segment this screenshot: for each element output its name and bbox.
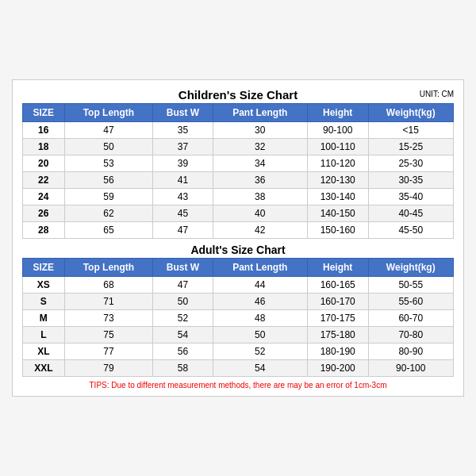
table-row: 20533934110-12025-30 [23,155,454,172]
tips-text: TIPS: Due to different measurement metho… [22,381,454,390]
table-cell: 60-70 [368,310,453,327]
table-cell: XS [23,277,65,294]
table-cell: 130-140 [307,189,368,205]
table-cell: 43 [153,189,213,205]
table-cell: 170-175 [307,310,368,327]
table-cell: 30-35 [368,172,453,189]
table-row: XL775652180-19080-90 [23,344,454,360]
table-cell: 41 [153,172,213,189]
children-col-height: Height [307,104,368,122]
table-cell: 39 [153,155,213,172]
table-cell: 50 [213,327,307,344]
children-header-row: SIZE Top Length Bust W Pant Length Heigh… [23,104,454,122]
table-cell: 47 [153,277,213,294]
children-col-pant-length: Pant Length [213,104,307,122]
table-cell: 40-45 [368,205,453,222]
table-cell: 30 [213,122,307,139]
table-cell: 44 [213,277,307,294]
table-cell: 100-110 [307,139,368,155]
adults-table-body: XS684744160-16550-55S715046160-17055-60M… [23,277,454,377]
table-cell: 150-160 [307,222,368,239]
table-cell: 55-60 [368,294,453,310]
table-cell: 20 [23,155,65,172]
table-cell: 160-165 [307,277,368,294]
table-cell: 70-80 [368,327,453,344]
table-cell: 68 [64,277,153,294]
table-cell: 58 [153,360,213,377]
table-cell: 80-90 [368,344,453,360]
table-cell: 24 [23,189,65,205]
table-cell: 190-200 [307,360,368,377]
children-col-top-length: Top Length [64,104,153,122]
table-cell: 77 [64,344,153,360]
table-row: XXL795854190-20090-100 [23,360,454,377]
adults-col-height: Height [307,259,368,277]
table-cell: 35-40 [368,189,453,205]
children-col-bust: Bust W [153,104,213,122]
table-cell: 52 [213,344,307,360]
chart-title: Children's Size Chart UNIT: CM [22,88,454,102]
table-cell: 54 [153,327,213,344]
table-cell: 90-100 [307,122,368,139]
table-cell: 160-170 [307,294,368,310]
table-cell: 45 [153,205,213,222]
table-row: 1647353090-100<15 [23,122,454,139]
table-cell: 45-50 [368,222,453,239]
table-cell: 65 [64,222,153,239]
children-table-body: 1647353090-100<1518503732100-11015-25205… [23,122,454,239]
adults-size-table: SIZE Top Length Bust W Pant Length Heigh… [22,258,454,377]
table-cell: 28 [23,222,65,239]
table-cell: XL [23,344,65,360]
table-cell: 38 [213,189,307,205]
table-cell: 90-100 [368,360,453,377]
table-cell: XXL [23,360,65,377]
children-col-size: SIZE [23,104,65,122]
table-cell: 26 [23,205,65,222]
table-cell: M [23,310,65,327]
table-row: L755450175-18070-80 [23,327,454,344]
table-cell: 50 [153,294,213,310]
table-cell: 46 [213,294,307,310]
adults-col-size: SIZE [23,259,65,277]
table-cell: 73 [64,310,153,327]
table-cell: 42 [213,222,307,239]
table-cell: 40 [213,205,307,222]
adults-title: Adult's Size Chart [22,239,454,258]
table-cell: 34 [213,155,307,172]
adults-header-row: SIZE Top Length Bust W Pant Length Heigh… [23,259,454,277]
table-row: 28654742150-16045-50 [23,222,454,239]
table-cell: 59 [64,189,153,205]
table-cell: 50-55 [368,277,453,294]
table-cell: 36 [213,172,307,189]
table-cell: 71 [64,294,153,310]
table-row: 18503732100-11015-25 [23,139,454,155]
table-cell: 79 [64,360,153,377]
table-cell: 47 [153,222,213,239]
table-cell: 54 [213,360,307,377]
table-cell: 35 [153,122,213,139]
table-cell: 56 [64,172,153,189]
table-cell: 22 [23,172,65,189]
children-size-table: SIZE Top Length Bust W Pant Length Heigh… [22,103,454,239]
table-cell: 110-120 [307,155,368,172]
table-row: 24594338130-14035-40 [23,189,454,205]
children-col-weight: Weight(kg) [368,104,453,122]
table-cell: 175-180 [307,327,368,344]
size-chart: Children's Size Chart UNIT: CM SIZE Top … [12,79,464,397]
table-cell: S [23,294,65,310]
adults-col-weight: Weight(kg) [368,259,453,277]
table-cell: 50 [64,139,153,155]
table-cell: 62 [64,205,153,222]
unit-label: UNIT: CM [420,90,454,98]
adults-col-pant-length: Pant Length [213,259,307,277]
table-cell: 15-25 [368,139,453,155]
title-text: Children's Size Chart [178,88,298,102]
table-cell: 140-150 [307,205,368,222]
table-cell: 32 [213,139,307,155]
table-row: M735248170-17560-70 [23,310,454,327]
table-cell: 16 [23,122,65,139]
table-row: 26624540140-15040-45 [23,205,454,222]
table-cell: 75 [64,327,153,344]
table-row: XS684744160-16550-55 [23,277,454,294]
table-cell: <15 [368,122,453,139]
